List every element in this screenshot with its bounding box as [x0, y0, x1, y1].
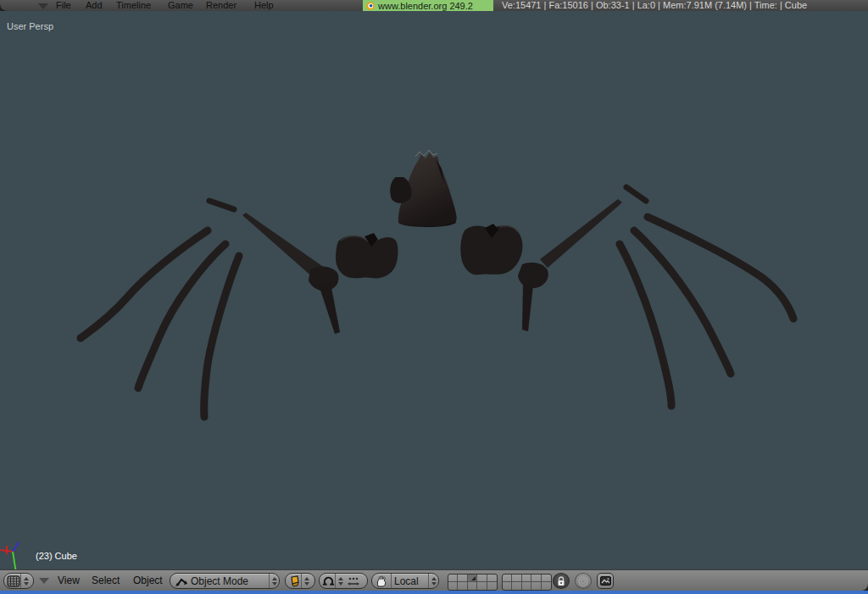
blender-version-badge[interactable]: www.blender.org 249.2: [363, 0, 493, 11]
mode-dropdown-stepper[interactable]: [269, 574, 279, 588]
layer-button[interactable]: [477, 575, 487, 582]
layer-button[interactable]: [477, 582, 487, 590]
menu-help[interactable]: Help: [254, 0, 274, 11]
pan-hand-icon[interactable]: [375, 575, 388, 588]
orientation-stepper[interactable]: [428, 574, 438, 588]
manipulator-widget-icon[interactable]: [347, 575, 360, 587]
solid-shading-icon: [288, 575, 301, 587]
blender-window: File Add Timeline Game Render Help www.b…: [0, 0, 868, 594]
layer-button[interactable]: [487, 575, 497, 582]
layer-group-2: [502, 574, 552, 591]
layer-button[interactable]: [542, 582, 551, 590]
image-icon: [600, 576, 611, 586]
menu-add[interactable]: Add: [86, 0, 103, 11]
layer-button[interactable]: [531, 582, 541, 590]
layer-button[interactable]: [468, 575, 477, 582]
grid-editor-icon: [7, 575, 20, 587]
lock-button[interactable]: [553, 573, 570, 589]
viewport-header: View Select Object Object Mode: [0, 569, 868, 591]
layer-button[interactable]: [522, 582, 531, 590]
layer-button[interactable]: [448, 575, 458, 582]
collapse-chevron-icon[interactable]: [39, 578, 49, 584]
3d-viewport[interactable]: User Persp: [0, 11, 868, 569]
render-window-button[interactable]: [597, 573, 614, 589]
layer-button[interactable]: [503, 582, 512, 590]
object-mode-icon: [175, 575, 188, 587]
scene-stats: Ve:15471 | Fa:15016 | Ob:33-1 | La:0 | M…: [502, 0, 807, 11]
layer-button[interactable]: [487, 582, 497, 590]
pivot-stepper[interactable]: [335, 574, 345, 588]
layer-button[interactable]: [503, 575, 512, 582]
collapse-chevron-icon[interactable]: [38, 3, 48, 9]
version-badge-label: www.blender.org 249.2: [378, 1, 473, 11]
layer-button[interactable]: [512, 582, 521, 590]
menu-object[interactable]: Object: [133, 575, 163, 587]
lock-icon: [557, 576, 565, 586]
orientation-group: Local: [371, 573, 439, 589]
pivot-point-icon[interactable]: [322, 575, 335, 587]
active-object-label: (23) Cube: [36, 551, 77, 561]
orientation-dropdown-label[interactable]: Local: [392, 575, 421, 587]
layer-group-1: [448, 574, 498, 591]
menu-file[interactable]: File: [56, 0, 71, 11]
layer-button[interactable]: [512, 575, 521, 582]
menu-game[interactable]: Game: [168, 0, 193, 11]
render-preview-button[interactable]: [575, 573, 592, 589]
mode-dropdown-label: Object Mode: [188, 575, 251, 587]
layer-button[interactable]: [522, 575, 531, 582]
blender-logo-icon: [366, 2, 375, 10]
draw-type-button[interactable]: [285, 573, 315, 589]
menu-view[interactable]: View: [58, 575, 80, 587]
render-preview-icon: [578, 576, 588, 586]
layer-button[interactable]: [458, 582, 467, 590]
bat-wing-mesh: [0, 11, 868, 569]
pivot-manipulator-group: [319, 573, 368, 589]
editor-type-button[interactable]: [3, 573, 34, 589]
mini-axis-gizmo: [0, 11, 34, 569]
layer-button[interactable]: [542, 575, 551, 582]
draw-type-stepper[interactable]: [301, 574, 311, 588]
mode-dropdown[interactable]: Object Mode: [170, 573, 280, 589]
editor-type-stepper[interactable]: [20, 574, 31, 588]
window-edge-strip: [0, 591, 868, 594]
layer-button[interactable]: [468, 582, 477, 590]
info-header: File Add Timeline Game Render Help www.b…: [0, 0, 868, 12]
menu-render[interactable]: Render: [206, 0, 236, 11]
layer-button[interactable]: [531, 575, 541, 582]
layer-button[interactable]: [458, 575, 467, 582]
layer-button[interactable]: [448, 582, 458, 590]
menu-select[interactable]: Select: [92, 575, 120, 587]
menu-timeline[interactable]: Timeline: [116, 0, 151, 11]
